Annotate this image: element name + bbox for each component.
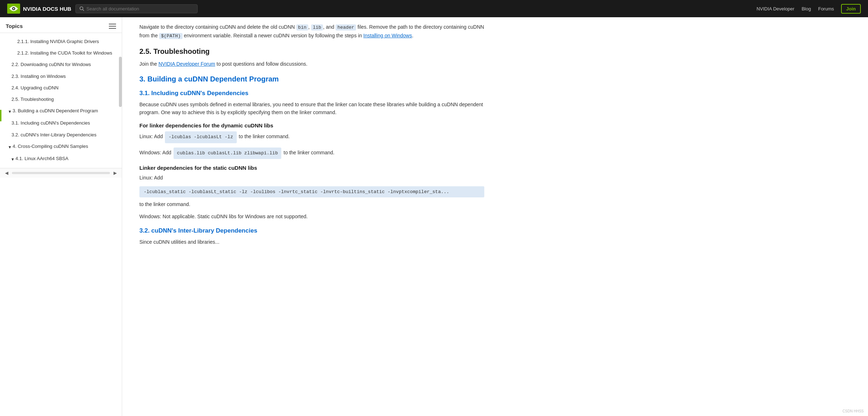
section-3-heading: 3. Building a cuDNN Dependent Program <box>139 75 484 83</box>
section-2-5-body: Join the NVIDIA Developer Forum to post … <box>139 60 484 68</box>
chevron-down-icon-4: ▾ <box>9 144 11 150</box>
linux-static-suffix: to the linker command. <box>139 200 484 208</box>
linux-dynamic-code: -lcublas -lcublasLt -lz <box>165 131 236 143</box>
installing-on-windows-link[interactable]: Installing on Windows <box>363 33 412 38</box>
scroll-indicator <box>119 57 122 107</box>
lib-code: lib <box>311 24 323 31</box>
section-2-5-heading-text: 2.5. Troubleshooting <box>139 47 210 55</box>
sidebar-item-2-4[interactable]: 2.4. Upgrading cuDNN <box>0 82 122 94</box>
linux-prefix: Linux: Add <box>139 134 163 139</box>
sidebar-item-3-1[interactable]: 3.1. Including cuDNN's Dependencies <box>0 117 122 129</box>
svg-point-1 <box>13 8 14 9</box>
main-content: Navigate to the directory containing cuD… <box>122 17 868 416</box>
section-3-2-text: Since cuDNN utilities and libraries... <box>139 239 220 245</box>
dynamic-libs-heading: For linker dependencies for the dynamic … <box>139 122 484 128</box>
sidebar: Topics 2.1.1. Installing NVIDIA Graphic … <box>0 17 122 416</box>
nvidia-developer-link[interactable]: NVIDIA Developer <box>757 6 795 11</box>
sidebar-item-2-2[interactable]: 2.2. Downloading cuDNN for Windows <box>0 59 122 70</box>
sidebar-item-2-5[interactable]: 2.5. Troubleshooting <box>0 94 122 105</box>
sidebar-scroll-bar: ◀ ▶ <box>0 168 122 178</box>
linux-suffix: to the linker command. <box>239 134 290 139</box>
join-text: Join the <box>139 61 157 67</box>
sidebar-item-3[interactable]: ▾ 3. Building a cuDNN Dependent Program <box>0 105 122 117</box>
nvidia-developer-forum-link[interactable]: NVIDIA Developer Forum <box>158 61 215 67</box>
header-code: header <box>336 24 356 31</box>
sidebar-item-2-3[interactable]: 2.3. Installing on Windows <box>0 71 122 82</box>
forum-suffix: to post questions and follow discussions… <box>217 61 308 67</box>
header-right: NVIDIA Developer Blog Forums Join <box>757 4 861 14</box>
sidebar-item-2-1-1[interactable]: 2.1.1. Installing NVIDIA Graphic Drivers <box>0 36 122 47</box>
section-2-5-heading: 2.5. Troubleshooting <box>139 47 484 56</box>
intro-text-3: environment variable. Reinstall a newer … <box>184 33 362 38</box>
windows-prefix: Windows: Add <box>139 150 171 155</box>
svg-line-3 <box>83 9 84 10</box>
chevron-down-icon: ▾ <box>9 108 11 115</box>
search-input[interactable] <box>87 6 194 11</box>
section-3-2-heading: 3.2. cuDNN's Inter-Library Dependencies <box>139 227 484 234</box>
top-header: NVIDIA DOCS HUB NVIDIA Developer Blog Fo… <box>0 0 868 17</box>
section-3-1-heading: 3.1. Including cuDNN's Dependencies <box>139 90 484 97</box>
sidebar-item-3-2[interactable]: 3.2. cuDNN's Inter-Library Dependencies <box>0 129 122 141</box>
windows-dynamic-paragraph: Windows: Add cublas.lib cublasLt.lib zli… <box>139 148 484 159</box>
sidebar-nav: 2.1.1. Installing NVIDIA Graphic Drivers… <box>0 33 122 168</box>
windows-static-paragraph: Windows: Not applicable. Static cuDNN li… <box>139 212 484 220</box>
path-code: $(PATH) <box>159 33 183 39</box>
watermark: CSDN HHSS <box>842 409 864 413</box>
section-3-1-link[interactable]: 3.1. Including cuDNN's Dependencies <box>139 90 249 97</box>
windows-suffix: to the linker command. <box>283 150 334 155</box>
linux-dynamic-paragraph: Linux: Add -lcublas -lcublasLt -lz to th… <box>139 131 484 143</box>
static-libs-heading: Linker dependencies for the static cuDNN… <box>139 165 484 171</box>
sidebar-item-2-1-2[interactable]: 2.1.2. Installing the CUDA Toolkit for W… <box>0 47 122 59</box>
linux-static-paragraph: Linux: Add <box>139 174 484 182</box>
join-button[interactable]: Join <box>841 4 861 14</box>
sidebar-item-4[interactable]: ▾ 4. Cross-Compiling cuDNN Samples <box>0 141 122 153</box>
section-3-1-body: Because cuDNN uses symbols defined in ex… <box>139 101 484 117</box>
intro-and: and <box>326 24 336 30</box>
forums-link[interactable]: Forums <box>818 6 834 11</box>
active-indicator <box>0 110 1 121</box>
sidebar-item-4-1[interactable]: ▾ 4.1. Linux AArch64 SBSA <box>0 153 122 165</box>
sidebar-header: Topics <box>0 17 122 33</box>
nvidia-eye-svg <box>9 5 19 12</box>
windows-dynamic-code: cublas.lib cublasLt.lib zlibwapi.lib <box>174 148 282 159</box>
chevron-down-icon-4-1: ▾ <box>11 156 14 163</box>
page-layout: Topics 2.1.1. Installing NVIDIA Graphic … <box>0 17 868 416</box>
scroll-track <box>12 172 110 174</box>
section-3-2-body: Since cuDNN utilities and libraries... <box>139 238 484 246</box>
intro-paragraph: Navigate to the directory containing cuD… <box>139 17 484 40</box>
content-section: Navigate to the directory containing cuD… <box>139 17 484 246</box>
header-left: NVIDIA DOCS HUB <box>7 4 198 14</box>
hamburger-icon[interactable] <box>109 24 116 29</box>
scroll-left-arrow[interactable]: ◀ <box>3 170 10 176</box>
logo-text: NVIDIA DOCS HUB <box>23 6 71 12</box>
nvidia-eye-logo <box>7 4 20 14</box>
scroll-right-arrow[interactable]: ▶ <box>111 170 119 176</box>
search-bar[interactable] <box>75 4 198 13</box>
linux-static-prefix: Linux: Add <box>139 175 163 181</box>
section-3-link[interactable]: 3. Building a cuDNN Dependent Program <box>139 75 279 83</box>
section-3-2-link[interactable]: 3.2. cuDNN's Inter-Library Dependencies <box>139 227 257 234</box>
blog-link[interactable]: Blog <box>802 6 811 11</box>
linux-static-code: -lcublas_static -lcublasLt_static -lz -l… <box>139 186 484 197</box>
sidebar-title: Topics <box>6 23 23 29</box>
nvidia-logo[interactable]: NVIDIA DOCS HUB <box>7 4 71 14</box>
intro-text-1: Navigate to the directory containing cuD… <box>139 24 295 30</box>
bin-code: bin <box>296 24 308 31</box>
search-icon <box>79 6 84 11</box>
